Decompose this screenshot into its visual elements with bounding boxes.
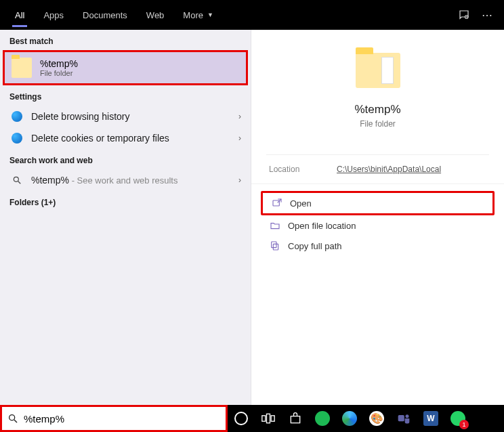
svg-line-2 [18, 181, 21, 184]
folders-heading: Folders (1+) [0, 191, 251, 211]
folder-icon [356, 53, 400, 88]
best-match-title: %temp% [40, 58, 78, 69]
search-input[interactable] [24, 413, 220, 425]
settings-item-delete-cookies[interactable]: Delete cookies or temporary files › [0, 127, 251, 149]
web-result-query: %temp% [31, 175, 69, 186]
store-icon[interactable] [286, 409, 305, 428]
settings-item-delete-history[interactable]: Delete browsing history › [0, 106, 251, 127]
settings-item-label: Delete cookies or temporary files [31, 133, 238, 144]
word-icon[interactable]: W [421, 409, 440, 428]
folder-icon [12, 58, 32, 78]
notification-badge: 1 [459, 420, 469, 429]
feedback-icon[interactable] [453, 9, 476, 21]
location-path-link[interactable]: C:\Users\binit\AppData\Local [337, 165, 441, 174]
task-view-icon[interactable] [259, 409, 278, 428]
action-label: Open file location [288, 221, 356, 231]
preview-pane: %temp% File folder Location C:\Users\bin… [251, 30, 504, 405]
paint-icon[interactable]: 🎨 [367, 409, 386, 428]
svg-rect-10 [271, 416, 274, 421]
web-result-item[interactable]: %temp% - See work and web results › [0, 169, 251, 191]
action-open[interactable]: Open [261, 191, 495, 215]
web-result-label: %temp% - See work and web results [31, 175, 238, 186]
search-icon [9, 175, 24, 185]
action-label: Copy full path [288, 241, 342, 251]
search-icon [7, 413, 18, 424]
action-copy-path[interactable]: Copy full path [261, 236, 495, 256]
settings-item-label: Delete browsing history [31, 111, 238, 122]
action-label: Open [290, 198, 312, 209]
best-match-heading: Best match [0, 30, 251, 50]
tab-all[interactable]: All [5, 0, 34, 30]
svg-point-1 [14, 177, 18, 181]
tab-more[interactable]: More ▼ [173, 0, 223, 30]
results-list: Best match %temp% File folder Settings D… [0, 30, 251, 405]
svg-point-12 [406, 414, 409, 418]
chevron-right-icon: › [238, 112, 241, 121]
chevron-right-icon: › [238, 133, 241, 143]
svg-point-6 [9, 415, 15, 420]
svg-rect-3 [273, 200, 279, 206]
results-pane: Best match %temp% File folder Settings D… [0, 30, 504, 405]
teams-icon[interactable] [394, 409, 413, 428]
cortana-icon[interactable] [232, 409, 251, 428]
action-open-location[interactable]: Open file location [261, 215, 495, 236]
search-web-heading: Search work and web [0, 149, 251, 169]
tab-apps[interactable]: Apps [34, 0, 73, 30]
svg-rect-4 [273, 244, 278, 250]
location-label: Location [269, 165, 337, 174]
more-options-icon[interactable]: ⋯ [476, 9, 499, 22]
actions-list: Open Open file location Copy full path [251, 184, 504, 263]
globe-icon [9, 133, 24, 144]
web-result-suffix: - See work and web results [69, 175, 177, 186]
spotify-icon[interactable] [313, 409, 332, 428]
best-match-item[interactable]: %temp% File folder [3, 50, 248, 85]
folder-open-icon [268, 220, 282, 231]
whatsapp-icon[interactable]: 1 [448, 409, 467, 428]
taskbar-area: 🎨 W 1 [0, 405, 504, 432]
settings-heading: Settings [0, 85, 251, 106]
svg-rect-5 [272, 242, 276, 248]
tab-documents[interactable]: Documents [73, 0, 137, 30]
svg-rect-11 [398, 415, 404, 421]
location-row: Location C:\Users\binit\AppData\Local [251, 155, 504, 184]
chevron-right-icon: › [238, 175, 241, 185]
copy-icon [268, 240, 282, 251]
svg-line-7 [14, 420, 17, 423]
preview-subtitle: File folder [251, 119, 504, 129]
chevron-down-icon: ▼ [207, 12, 213, 18]
tab-web[interactable]: Web [137, 0, 174, 30]
preview-title: %temp% [251, 103, 504, 116]
edge-icon[interactable] [340, 409, 359, 428]
tab-more-label: More [183, 10, 203, 20]
svg-rect-8 [262, 416, 266, 421]
open-icon [270, 198, 285, 209]
taskbar: 🎨 W 1 [228, 405, 504, 432]
filter-tabs: All Apps Documents Web More ▼ ⋯ [0, 0, 504, 30]
svg-rect-9 [267, 414, 270, 423]
globe-icon [9, 111, 24, 122]
search-box[interactable] [0, 405, 228, 432]
best-match-subtitle: File folder [40, 69, 78, 77]
